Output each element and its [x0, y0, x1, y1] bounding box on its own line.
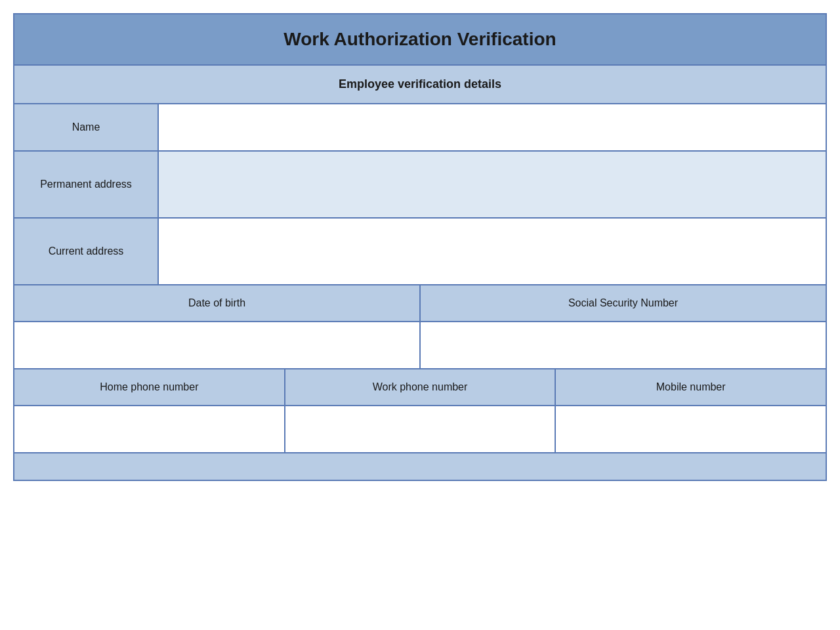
permanent-address-row: Permanent address	[14, 152, 826, 219]
name-label: Name	[14, 104, 159, 150]
mobile-label: Mobile number	[556, 369, 826, 405]
form-container: Work Authorization Verification Employee…	[13, 13, 827, 481]
work-phone-label: Work phone number	[285, 369, 556, 405]
home-phone-input[interactable]	[14, 406, 285, 452]
mobile-input[interactable]	[556, 406, 826, 452]
dob-ssn-label-row: Date of birth Social Security Number	[14, 285, 826, 322]
phone-inputs-row	[14, 406, 826, 453]
current-address-input[interactable]	[159, 219, 826, 284]
phone-labels-row: Home phone number Work phone number Mobi…	[14, 369, 826, 406]
current-address-label: Current address	[14, 219, 159, 284]
permanent-address-label: Permanent address	[14, 152, 159, 217]
current-address-row: Current address	[14, 219, 826, 285]
section-header: Employee verification details	[14, 66, 826, 104]
date-of-birth-input[interactable]	[14, 322, 421, 368]
home-phone-label: Home phone number	[14, 369, 285, 405]
social-security-input[interactable]	[421, 322, 826, 368]
form-title: Work Authorization Verification	[14, 14, 826, 66]
date-of-birth-label: Date of birth	[14, 285, 421, 321]
dob-ssn-input-row	[14, 322, 826, 369]
name-input[interactable]	[159, 104, 826, 150]
name-row: Name	[14, 104, 826, 152]
bottom-row	[14, 453, 826, 480]
social-security-label: Social Security Number	[421, 285, 826, 321]
work-phone-input[interactable]	[285, 406, 556, 452]
permanent-address-input[interactable]	[159, 152, 826, 217]
